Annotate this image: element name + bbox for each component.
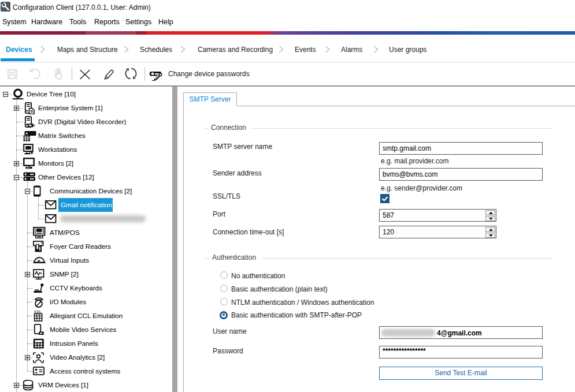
- svg-text:CCL: CCL: [34, 310, 42, 313]
